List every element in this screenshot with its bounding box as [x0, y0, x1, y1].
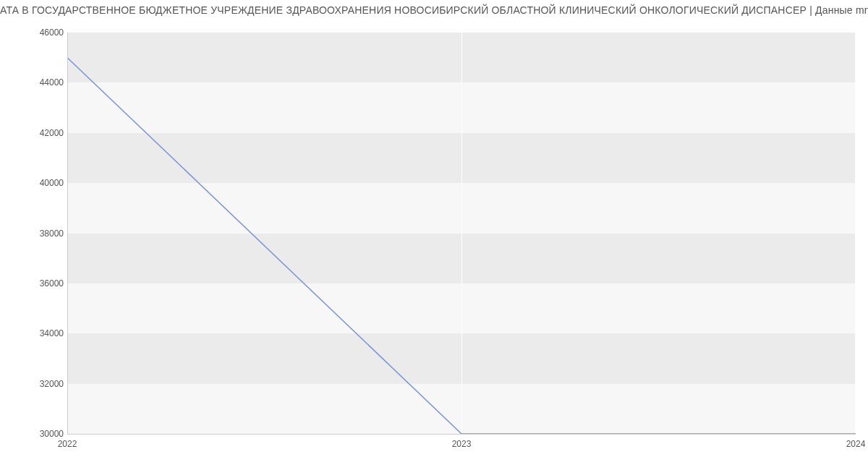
- chart-title: АТА В ГОСУДАРСТВЕННОЕ БЮДЖЕТНОЕ УЧРЕЖДЕН…: [0, 4, 868, 16]
- x-axis-line: [67, 434, 856, 435]
- plot-area: [67, 33, 856, 434]
- y-tick-label: 34000: [6, 328, 64, 338]
- x-tick-label: 2022: [58, 439, 77, 449]
- y-tick-label: 36000: [6, 278, 64, 289]
- x-tick-label: 2024: [846, 439, 866, 449]
- line-series: [67, 33, 856, 434]
- y-tick-label: 42000: [6, 128, 64, 138]
- y-tick-label: 44000: [6, 77, 64, 87]
- y-tick-label: 46000: [6, 27, 64, 38]
- y-tick-label: 40000: [6, 178, 64, 188]
- y-axis-line: [67, 33, 68, 434]
- y-tick-label: 32000: [6, 379, 64, 389]
- salary-chart: АТА В ГОСУДАРСТВЕННОЕ БЮДЖЕТНОЕ УЧРЕЖДЕН…: [0, 0, 868, 470]
- x-tick-label: 2023: [452, 439, 472, 449]
- y-tick-label: 30000: [6, 429, 64, 439]
- y-tick-label: 38000: [6, 228, 64, 239]
